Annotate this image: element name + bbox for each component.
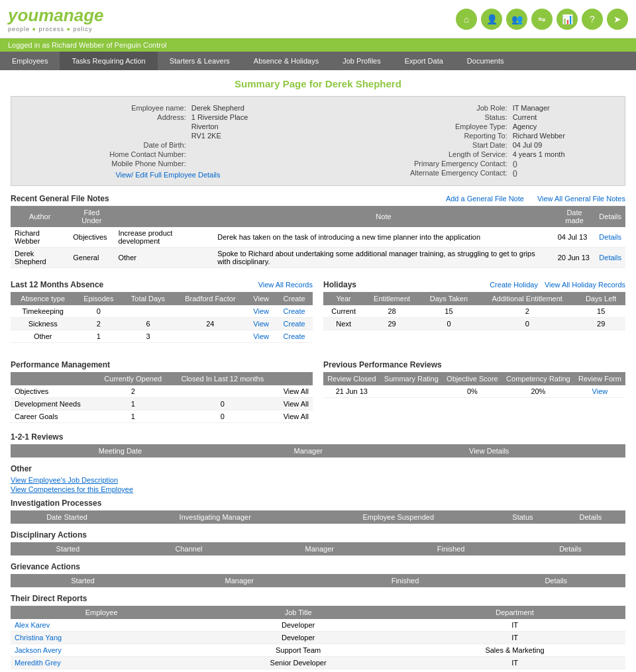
view-holiday-link[interactable]: View All Holiday Records — [545, 281, 625, 289]
holidays-header: Holidays Create Holiday View All Holiday… — [323, 280, 625, 289]
col-absence-type: Absence type — [11, 292, 75, 305]
disciplinary-title: Disciplinary Actions — [11, 530, 87, 540]
help-icon[interactable]: ? — [582, 9, 603, 30]
people-icon[interactable]: 👥 — [506, 9, 527, 30]
create-absence-link[interactable]: Create — [284, 320, 305, 328]
nav-export[interactable]: Export Data — [393, 52, 455, 70]
view-all-objectives-link[interactable]: View All — [284, 387, 309, 395]
edit-employee-link[interactable]: View/ Edit Full Employee Details — [115, 171, 220, 179]
nav-starters[interactable]: Starters & Leavers — [158, 52, 242, 70]
emp-info-left: Employee name: Derek Shepherd Address: 1… — [18, 103, 318, 179]
col-review-form: Review Form — [574, 372, 625, 385]
name-value: Derek Shepherd — [189, 103, 318, 113]
col-manager: Manager — [252, 542, 386, 555]
absence-table: Absence type Episodes Total Days Bradfor… — [11, 292, 313, 343]
col-filed-sub — [114, 206, 213, 227]
nav-tasks[interactable]: Tasks Requiring Action — [60, 52, 157, 70]
job-description-link[interactable]: View Employee's Job Description — [11, 476, 625, 484]
view-absence-link[interactable]: View — [253, 307, 269, 315]
header: youmanage people ● process ● policy ⌂ 👤 … — [0, 0, 636, 38]
col-started: Started — [11, 574, 155, 587]
view-all-dev-link[interactable]: View All — [284, 400, 309, 408]
reporting-label: Reporting To: — [318, 131, 510, 140]
disciplinary-header: Disciplinary Actions — [11, 530, 625, 540]
note-filed-sub: Increase product development — [114, 227, 213, 248]
other-title: Other — [11, 464, 32, 473]
home-icon[interactable]: ⌂ — [456, 9, 477, 30]
employee-link[interactable]: Meredith Grey — [15, 659, 61, 667]
view-all-career-link[interactable]: View All — [284, 412, 309, 420]
note-details: Details — [595, 248, 625, 268]
forward-icon[interactable]: ➤ — [607, 9, 628, 30]
header-icons: ⌂ 👤 👥 ⇋ 📊 ? ➤ — [456, 9, 628, 30]
create-holiday-link[interactable]: Create Holiday — [490, 281, 538, 289]
col-status: Status — [490, 510, 556, 524]
col-episodes: Episodes — [75, 292, 122, 305]
col-filed-under: Filed Under — [69, 206, 114, 227]
create-absence-link[interactable]: Create — [284, 332, 305, 340]
table-row: Meredith Grey Senior Developer IT — [11, 657, 625, 669]
page-title: Summary Page for Derek Shepherd — [11, 78, 625, 89]
prev-reviews-header: Previous Performance Reviews — [323, 360, 625, 369]
dob-label: Date of Birth: — [18, 140, 189, 150]
holidays-table: Year Entitlement Days Taken Additional E… — [323, 292, 625, 330]
emp-type-label: Employee Type: — [318, 122, 510, 131]
absence-col: Last 12 Months Absence View All Records … — [11, 273, 313, 348]
employee-link[interactable]: Alex Karev — [15, 621, 50, 629]
view-all-notes-link[interactable]: View All General File Notes — [537, 195, 625, 203]
main-content: Summary Page for Derek Shepherd Employee… — [0, 70, 636, 672]
transfer-icon[interactable]: ⇋ — [531, 9, 553, 30]
absence-type: Sickness — [11, 318, 75, 330]
investigation-header: Investigation Processes — [11, 499, 625, 508]
employee-link[interactable]: Jackson Avery — [15, 646, 62, 654]
table-row: Derek Shepherd General Other Spoke to Ri… — [11, 248, 625, 268]
table-row: Career Goals 1 0 View All — [11, 410, 313, 423]
file-notes-header: Recent General File Notes Add a General … — [11, 194, 625, 203]
person-icon[interactable]: 👤 — [481, 9, 502, 30]
nav-job-profiles[interactable]: Job Profiles — [331, 52, 392, 70]
perf-label: Career Goals — [11, 410, 95, 423]
note-details-link[interactable]: Details — [599, 233, 621, 241]
col-employee: Employee — [11, 606, 192, 619]
table-row: 21 Jun 13 0% 20% View — [323, 385, 625, 398]
note-filed-sub: Other — [114, 248, 213, 268]
view-review-form-link[interactable]: View — [592, 387, 608, 395]
col-summary-rating: Summary Rating — [380, 372, 443, 385]
competencies-link[interactable]: View Competencies for this Employee — [11, 485, 625, 493]
create-absence-link[interactable]: Create — [284, 307, 305, 315]
view-absence-link[interactable]: View — [253, 332, 269, 340]
employee-info-box: Employee name: Derek Shepherd Address: 1… — [11, 96, 625, 186]
table-row: Sickness 2 6 24 View Create — [11, 318, 313, 330]
employee-link[interactable]: Christina Yang — [15, 634, 62, 642]
name-label: Employee name: — [18, 103, 189, 113]
view-absence-link[interactable]: View — [253, 320, 269, 328]
col-bradford: Bradford Factor — [174, 292, 246, 305]
col-finished: Finished — [386, 542, 515, 555]
direct-reports-title: Their Direct Reports — [11, 594, 87, 603]
table-row: Other 1 3 View Create — [11, 330, 313, 343]
perf-label: Objectives — [11, 385, 95, 398]
holidays-title: Holidays — [323, 280, 356, 289]
121-reviews-title: 1-2-1 Reviews — [11, 432, 63, 442]
add-file-note-link[interactable]: Add a General File Note — [446, 195, 524, 203]
note-details-link[interactable]: Details — [599, 254, 621, 262]
col-investigating-manager: Investigating Manager — [123, 510, 307, 524]
primary-ec-value: () — [510, 159, 618, 168]
col-total-days: Total Days — [122, 292, 174, 305]
table-row: Development Needs 1 0 View All — [11, 398, 313, 410]
mobile-label: Mobile Phone Number: — [18, 159, 189, 168]
col-employee-suspended: Employee Suspended — [307, 510, 490, 524]
col-job-title: Job Title — [192, 606, 404, 619]
absence-title: Last 12 Months Absence — [11, 280, 103, 289]
nav-documents[interactable]: Documents — [455, 52, 516, 70]
nav-employees[interactable]: Employees — [0, 52, 60, 70]
nav-absence[interactable]: Absence & Holidays — [242, 52, 331, 70]
service-value: 4 years 1 month — [510, 150, 618, 159]
view-all-absence-link[interactable]: View All Records — [258, 281, 313, 289]
col-department: Department — [404, 606, 625, 619]
address-value: 1 Riverside Place — [189, 113, 318, 122]
col-details: Details — [515, 542, 625, 555]
121-reviews-header: 1-2-1 Reviews — [11, 432, 625, 442]
chart-icon[interactable]: 📊 — [556, 9, 578, 30]
emp-type-value: Agency — [510, 122, 618, 131]
